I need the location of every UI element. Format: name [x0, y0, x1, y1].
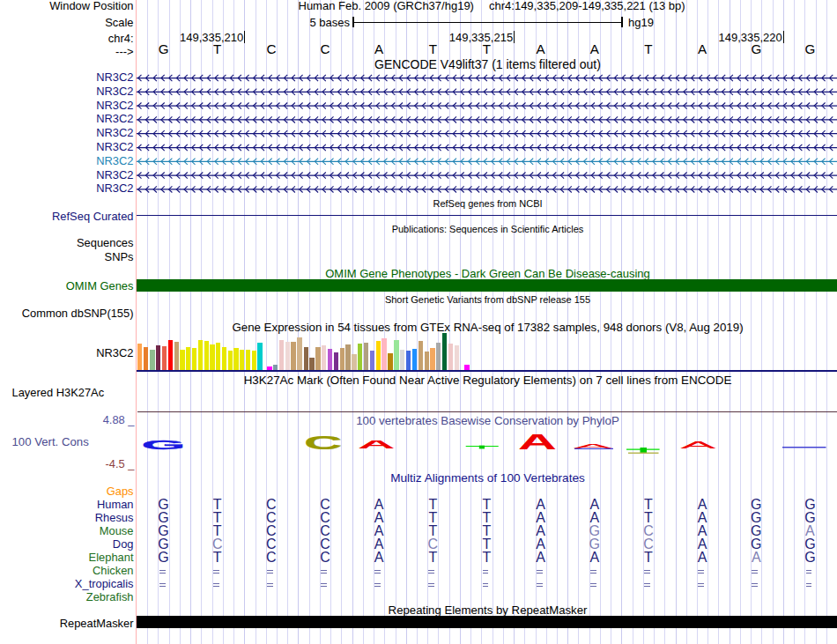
svg-text:A: A [518, 430, 557, 454]
svg-text:C: C [304, 432, 343, 453]
svg-text:G: G [142, 437, 186, 452]
svg-text:A: A [680, 440, 715, 450]
svg-text:A: A [358, 438, 396, 450]
